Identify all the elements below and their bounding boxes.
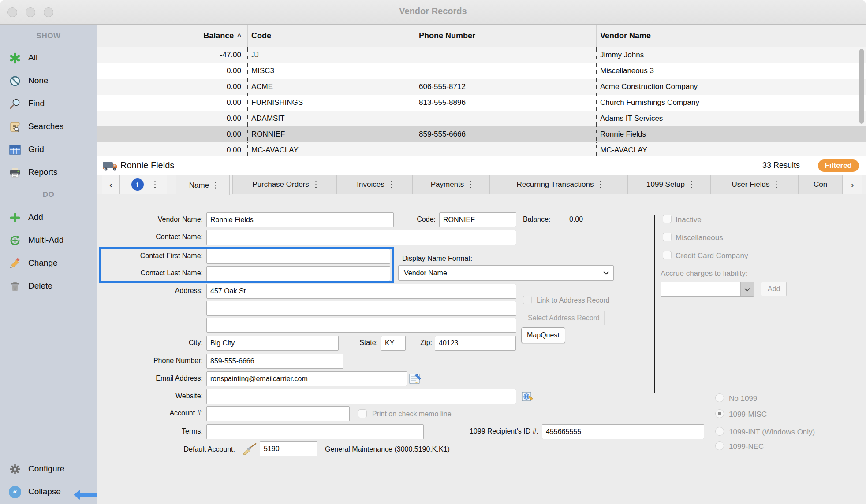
- sidebar-item-multi-add[interactable]: Multi-Add: [0, 233, 97, 248]
- sidebar-item-find[interactable]: Find: [0, 96, 97, 111]
- inactive-checkbox[interactable]: [663, 215, 672, 223]
- address-label: Address:: [101, 287, 203, 295]
- sidebar-item-searches[interactable]: Searches: [0, 119, 97, 134]
- table-row-selected[interactable]: 0.00RONNIEF859-555-6666Ronnie Fields: [97, 126, 866, 142]
- tab-info[interactable]: i: [120, 175, 167, 194]
- record-name: Ronnie Fields: [120, 160, 174, 170]
- credit-card-company-checkbox[interactable]: [663, 251, 672, 259]
- sidebar-item-change[interactable]: Change: [0, 256, 97, 271]
- tab-1099-setup[interactable]: 1099 Setup: [628, 175, 711, 194]
- radio-no-1099[interactable]: [715, 393, 724, 402]
- contact-first-name-field[interactable]: [206, 249, 390, 264]
- sidebar-item-grid[interactable]: Grid: [0, 142, 97, 157]
- tab-options-icon[interactable]: [600, 181, 601, 189]
- account-number-label: Account #:: [101, 409, 203, 417]
- column-header-balance[interactable]: Balance ^: [97, 31, 247, 41]
- phone-number-label: Phone Number:: [101, 357, 203, 365]
- filtered-badge[interactable]: Filtered: [818, 159, 859, 172]
- address-line3-field[interactable]: [206, 318, 516, 333]
- tab-user-fields[interactable]: User Fields: [711, 175, 798, 194]
- display-name-format-select[interactable]: Vendor Name: [398, 265, 614, 281]
- tab-payments[interactable]: Payments: [412, 175, 490, 194]
- tab-purchase-orders[interactable]: Purchase Orders: [232, 175, 336, 194]
- tab-invoices[interactable]: Invoices: [336, 175, 412, 194]
- tab-options-icon[interactable]: [391, 181, 392, 189]
- tab-options-icon[interactable]: [691, 181, 692, 189]
- sidebar-item-reports[interactable]: Reports: [0, 165, 97, 180]
- sidebar-item-label: Reports: [28, 167, 58, 177]
- sidebar-item-configure[interactable]: Configure: [0, 462, 97, 477]
- link-address-label: Link to Address Record: [537, 296, 609, 304]
- account-lookup-broom-icon[interactable]: [241, 442, 257, 457]
- printer-icon: [9, 167, 21, 179]
- accrue-liability-select[interactable]: [661, 282, 754, 297]
- tab-options-icon[interactable]: [154, 181, 156, 189]
- radio-1099-nec[interactable]: [715, 441, 724, 450]
- column-header-phone[interactable]: Phone Number: [415, 25, 596, 47]
- credit-card-company-label: Credit Card Company: [676, 252, 748, 260]
- tabs-scroll-left-button[interactable]: ‹: [102, 175, 120, 194]
- sidebar-item-all[interactable]: All: [0, 51, 97, 66]
- radio-1099-misc-selected[interactable]: [715, 409, 724, 418]
- code-field[interactable]: RONNIEF: [439, 212, 516, 227]
- contact-last-name-field[interactable]: [206, 266, 390, 281]
- accrue-add-button[interactable]: Add: [761, 282, 787, 296]
- accrue-liability-label: Accrue charges to liability:: [661, 269, 747, 278]
- column-header-vendor[interactable]: Vendor Name: [596, 25, 866, 47]
- compose-email-icon[interactable]: [409, 372, 422, 387]
- table-row[interactable]: 0.00ADAMSITAdams IT Services: [97, 111, 866, 126]
- link-address-checkbox[interactable]: [523, 296, 532, 304]
- tabs-scroll-right-button[interactable]: ›: [843, 175, 862, 194]
- tab-options-icon[interactable]: [315, 181, 317, 189]
- tab-options-icon[interactable]: [776, 181, 777, 189]
- radio-1099-int[interactable]: [715, 427, 724, 436]
- email-address-label: Email Address:: [101, 374, 203, 382]
- recipient-id-field[interactable]: 455665555: [542, 424, 704, 439]
- contact-name-field[interactable]: [206, 230, 516, 245]
- open-website-icon[interactable]: [521, 391, 534, 404]
- show-section-header: SHOW: [0, 32, 97, 41]
- vendor-records-window: Vendor Records SHOW All None Find: [0, 0, 866, 504]
- sidebar-item-label: None: [28, 76, 48, 85]
- vendor-table: Balance ^ Code Phone Number Vendor Name …: [97, 25, 866, 156]
- sidebar-item-delete[interactable]: Delete: [0, 279, 97, 294]
- miscellaneous-checkbox[interactable]: [663, 233, 672, 241]
- column-header-code[interactable]: Code: [247, 25, 415, 47]
- table-row[interactable]: 0.00FURNISHINGS813-555-8896Church Furnis…: [97, 95, 866, 111]
- sidebar-item-none[interactable]: None: [0, 74, 97, 89]
- phone-number-field[interactable]: 859-555-6666: [206, 354, 343, 369]
- table-row[interactable]: -47.00JJJimmy Johns: [97, 47, 866, 63]
- terms-field[interactable]: [206, 424, 424, 439]
- sidebar-item-label: Configure: [28, 464, 64, 474]
- mapquest-button[interactable]: MapQuest: [521, 327, 565, 343]
- sidebar-item-label: Collapse: [28, 487, 61, 497]
- tab-contacts-truncated[interactable]: Con: [798, 175, 843, 194]
- default-account-field[interactable]: 5190: [260, 441, 317, 456]
- table-row[interactable]: 0.00MC-AVACLAYMC-AVACLAY: [97, 142, 866, 156]
- scrollbar-thumb[interactable]: [859, 49, 864, 124]
- sidebar-item-add[interactable]: Add: [0, 210, 97, 225]
- table-row[interactable]: 0.00ACME606-555-8712Acme Construction Co…: [97, 79, 866, 95]
- default-account-description: General Maintenance (3000.5190.K.K1): [325, 445, 450, 453]
- table-scrollbar[interactable]: [859, 48, 864, 154]
- address-line2-field[interactable]: [206, 301, 516, 316]
- sidebar-item-label: Multi-Add: [28, 235, 63, 245]
- sidebar-item-collapse[interactable]: « Collapse: [0, 485, 97, 500]
- email-address-field[interactable]: ronspainting@emailcarrier.com: [206, 371, 407, 386]
- account-number-field[interactable]: [206, 406, 350, 421]
- name-tab-content: Vendor Name: Contact Name: Contact First…: [97, 194, 866, 504]
- zip-field[interactable]: 40123: [435, 336, 516, 351]
- print-on-memo-checkbox[interactable]: [358, 409, 367, 418]
- select-address-record-button[interactable]: Select Address Record: [523, 311, 605, 325]
- tab-options-icon[interactable]: [215, 181, 216, 189]
- tab-name[interactable]: Name: [176, 175, 230, 195]
- website-field[interactable]: [206, 389, 516, 404]
- radio-1099-misc-label: 1099-MISC: [729, 410, 767, 419]
- table-row[interactable]: 0.00MISC3Miscellaneous 3: [97, 63, 866, 79]
- sidebar-item-label: Add: [28, 212, 43, 222]
- address-line1-field[interactable]: 457 Oak St: [206, 284, 516, 299]
- tab-recurring-transactions[interactable]: Recurring Transactions: [490, 175, 628, 194]
- info-icon: i: [131, 178, 144, 191]
- trash-icon: [9, 280, 21, 293]
- tab-options-icon[interactable]: [470, 181, 471, 189]
